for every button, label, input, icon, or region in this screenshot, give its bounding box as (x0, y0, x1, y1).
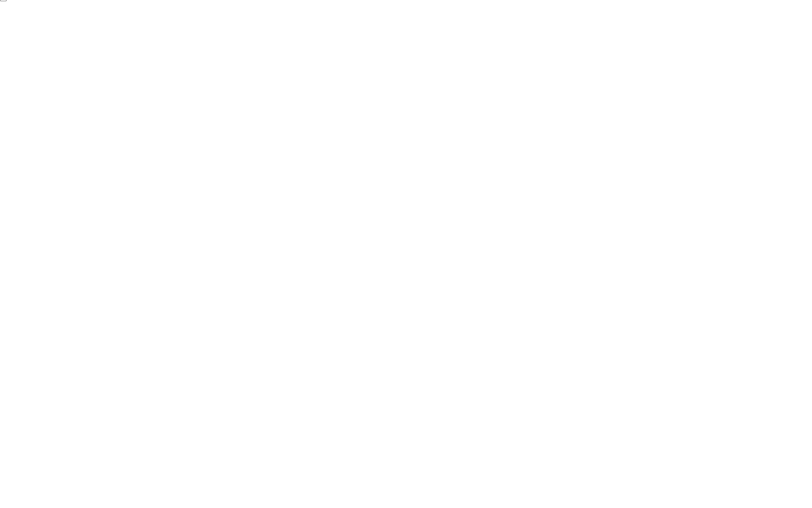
seismogram-canvas (0, 0, 812, 508)
seismogram-figure (0, 0, 812, 508)
event-annotation (0, 0, 7, 1)
